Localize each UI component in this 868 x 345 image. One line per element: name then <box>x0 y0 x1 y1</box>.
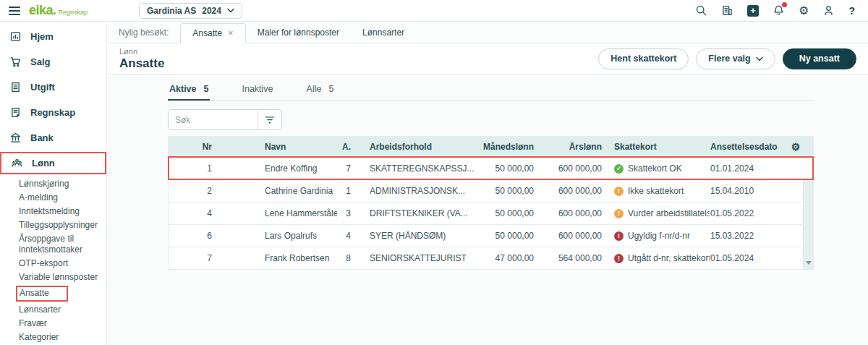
home-chart-icon <box>9 30 22 43</box>
sidebar-subitem-arsoppgave[interactable]: Årsoppgave til inntektsmottaker <box>19 232 99 257</box>
notifications-icon[interactable] <box>773 4 785 17</box>
organization-icon[interactable] <box>721 4 733 17</box>
cart-icon <box>9 56 22 68</box>
logo-text: eika. <box>29 3 56 18</box>
check-circle-icon <box>614 164 624 174</box>
company-name: Gardinia AS <box>147 6 196 16</box>
sidebar-subitem-inntektsmelding[interactable]: Inntektsmelding <box>19 205 99 218</box>
people-icon <box>11 157 23 169</box>
sidebar-item-salg[interactable]: Salg <box>0 51 106 73</box>
chevron-down-icon <box>756 56 763 61</box>
ledger-icon <box>9 106 22 119</box>
company-selector[interactable]: Gardinia AS 2024 <box>139 3 242 19</box>
sidebar-subitem-lonnsarter[interactable]: Lønnsarter <box>19 303 99 317</box>
sidebar-item-label: Utgift <box>30 82 55 93</box>
filter-tabs: Aktive 5 Inaktive Alle 5 <box>168 81 868 101</box>
content: Aktive 5 Inaktive Alle 5 Nr Nav <box>108 81 868 270</box>
tab-inaktive[interactable]: Inaktive <box>240 81 274 101</box>
ny-ansatt-button[interactable]: Ny ansatt <box>783 48 856 69</box>
close-icon[interactable]: × <box>228 27 234 38</box>
help-icon[interactable]: ? <box>848 5 855 17</box>
profile-icon[interactable] <box>822 4 835 17</box>
page-header: Lønn Ansatte Hent skattekort Flere valg … <box>108 43 868 74</box>
col-navn[interactable]: Navn <box>212 142 337 152</box>
col-nr[interactable]: Nr <box>169 142 212 152</box>
skattekort-status: Ugyldig f-nr/d-nr <box>628 231 690 241</box>
employee-name: Lars Opalrufs <box>212 231 337 241</box>
sidebar-subitem-fravaer[interactable]: Fravær <box>19 317 99 331</box>
col-a[interactable]: A. <box>337 142 351 152</box>
chevron-down-icon <box>227 8 234 13</box>
header-actions: Hent skattekort Flere valg Ny ansatt <box>598 48 856 69</box>
filter-button[interactable] <box>258 110 281 129</box>
skattekort-status: Ikke skattekort <box>628 186 684 196</box>
search-row <box>168 109 868 130</box>
table-header-row: Nr Navn A. Arbeidsforhold Månedslønn Års… <box>169 137 813 157</box>
topbar-icons: + ⚙ ? <box>695 4 868 17</box>
logo-suffix: Regnskap <box>59 9 88 16</box>
sidebar-item-hjem[interactable]: Hjem <box>0 25 106 48</box>
menu-icon[interactable] <box>0 7 27 15</box>
table-row[interactable]: 2 Cathrine Gardinia 1 ADMINISTRASJONSK..… <box>169 179 813 202</box>
table-settings-icon[interactable]: ⚙ <box>787 142 804 152</box>
sidebar-item-label: Bank <box>30 132 54 143</box>
sidebar-subitem-variable-lonnsposter[interactable]: Variable lønnsposter <box>19 271 99 284</box>
page-title: Ansatte <box>119 56 164 71</box>
tabs-divider <box>168 101 814 101</box>
table-row[interactable]: 7 Frank Robertsen 8 SENIORSKATTEJURIST 4… <box>169 247 813 269</box>
warning-circle-icon <box>614 187 624 196</box>
hent-skattekort-button[interactable]: Hent skattekort <box>598 48 689 69</box>
skattekort-status: Vurder arbeidstillatelse <box>628 208 710 218</box>
company-year: 2024 <box>202 6 221 16</box>
tab-alle[interactable]: Alle 5 <box>305 81 336 101</box>
document-icon <box>9 81 22 93</box>
table-row[interactable]: 4 Lene Hammerstålesen 3 DRIFTSTEKNIKER (… <box>169 202 813 224</box>
sidebar-subitem-otp-eksport[interactable]: OTP-eksport <box>19 257 99 271</box>
sidebar-subitem-lonnskjoring[interactable]: Lønnskjøring <box>19 177 99 191</box>
lonn-submenu: Lønnskjøring A-melding Inntektsmelding T… <box>0 177 106 344</box>
bank-icon <box>9 132 22 144</box>
sidebar-item-regnskap[interactable]: Regnskap <box>0 101 106 124</box>
col-manedslonn[interactable]: Månedslønn <box>475 142 534 152</box>
sidebar-item-utgift[interactable]: Utgift <box>0 76 106 98</box>
error-circle-icon <box>614 231 624 241</box>
employee-name: Frank Robertsen <box>212 253 337 263</box>
col-skattekort[interactable]: Skattekort <box>602 142 710 152</box>
employee-name: Cathrine Gardinia <box>212 186 337 196</box>
warning-circle-icon <box>614 209 624 218</box>
table-row[interactable]: 1 Endre Koffing 7 SKATTEREGNSKAPSSJ... 5… <box>169 157 813 179</box>
sidebar-item-lonn[interactable]: Lønn <box>0 152 106 174</box>
sidebar-subitem-kategorier[interactable]: Kategorier <box>19 331 99 344</box>
sidebar-subitem-amelding[interactable]: A-melding <box>19 191 99 205</box>
add-icon[interactable]: + <box>747 5 759 17</box>
sidebar-subitem-tilleggsopplysninger[interactable]: Tilleggsopplysninger <box>19 218 99 232</box>
table-row[interactable]: 6 Lars Opalrufs 4 SYER (HÅNDSØM) 50 000,… <box>169 224 813 247</box>
sidebar-item-bank[interactable]: Bank <box>0 127 106 149</box>
recent-tabs-bar: Nylig besøkt: Ansatte × Maler for lønnsp… <box>108 22 868 43</box>
main-area: Nylig besøkt: Ansatte × Maler for lønnsp… <box>108 22 868 345</box>
employees-table: Nr Navn A. Arbeidsforhold Månedslønn Års… <box>168 136 814 270</box>
search-input[interactable] <box>169 110 258 129</box>
recent-tab-maler[interactable]: Maler for lønnsposter <box>246 22 351 43</box>
sidebar-item-label: Regnskap <box>30 107 75 118</box>
scroll-down-icon[interactable] <box>806 261 812 265</box>
col-ansettelsesdato[interactable]: Ansettelsesdato <box>710 142 787 152</box>
sidebar-item-label: Lønn <box>32 158 55 169</box>
tab-count: 5 <box>328 84 333 95</box>
col-arslonn[interactable]: Årslønn <box>534 142 602 152</box>
search-icon[interactable] <box>695 4 707 17</box>
recent-label: Nylig besøkt: <box>119 27 169 38</box>
tab-count: 5 <box>204 84 209 94</box>
recent-tab-ansatte[interactable]: Ansatte × <box>180 23 245 43</box>
sidebar-subitem-ansatte[interactable]: Ansatte <box>19 284 99 303</box>
col-arbeidsforhold[interactable]: Arbeidsforhold <box>351 142 475 152</box>
tab-aktive[interactable]: Aktive 5 <box>168 81 210 101</box>
skattekort-status: Utgått d-nr, skattekort fo <box>628 253 710 263</box>
sidebar-item-label: Hjem <box>30 31 54 42</box>
filter-icon <box>264 115 276 125</box>
recent-tab-lonnsarter[interactable]: Lønnsarter <box>351 22 416 43</box>
settings-icon[interactable]: ⚙ <box>799 5 809 17</box>
breadcrumb: Lønn <box>119 47 164 56</box>
flere-valg-button[interactable]: Flere valg <box>696 48 775 69</box>
sidebar: Hjem Salg Utgift Regnskap Bank Lønn Lønn… <box>0 22 107 345</box>
